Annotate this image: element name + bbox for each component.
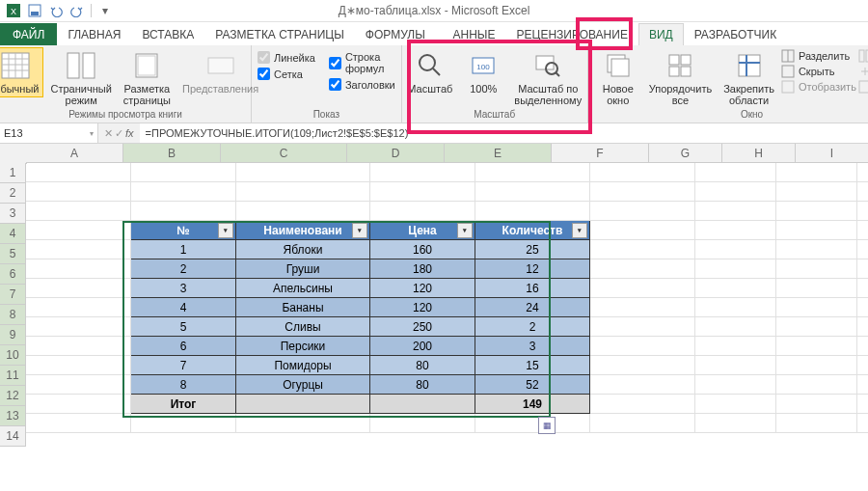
cancel-formula-icon[interactable]: ✕ — [104, 127, 113, 140]
tab-view[interactable]: ВИД — [638, 23, 684, 45]
name-box[interactable]: E13 — [0, 123, 98, 143]
cell-A5[interactable] — [26, 240, 131, 259]
cell-G13[interactable] — [695, 395, 776, 414]
cell-D14[interactable] — [370, 414, 475, 433]
check-ruler[interactable]: Линейка — [258, 51, 315, 64]
side-by-side-button[interactable]: Рядом — [858, 49, 868, 63]
cell-H13[interactable] — [776, 395, 857, 414]
row-header-7[interactable]: 7 — [0, 285, 26, 305]
cell-F3[interactable] — [590, 202, 695, 221]
table-cell-qty[interactable]: 3 — [475, 337, 590, 356]
cell-F13[interactable] — [590, 395, 695, 414]
cell-I8[interactable] — [857, 298, 868, 317]
table-cell-qty[interactable]: 25 — [475, 240, 590, 259]
table-cell-no[interactable]: 2 — [131, 259, 236, 279]
cell-I6[interactable] — [857, 259, 868, 279]
cell-F7[interactable] — [590, 279, 695, 298]
tab-developer[interactable]: РАЗРАБОТЧИК — [684, 23, 788, 45]
cell-A12[interactable] — [26, 375, 131, 395]
check-formula-bar[interactable]: Строка формул — [329, 51, 395, 74]
freeze-panes-button[interactable]: Закрепить области — [719, 47, 779, 109]
cell-A11[interactable] — [26, 356, 131, 375]
new-window-button[interactable]: Новое окно — [594, 47, 642, 109]
cell-I14[interactable] — [857, 414, 868, 433]
row-header-1[interactable]: 1 — [0, 163, 26, 183]
cell-I1[interactable] — [857, 163, 868, 182]
table-cell-no[interactable]: 7 — [131, 356, 236, 375]
split-button[interactable]: Разделить — [781, 49, 856, 63]
tab-page-layout[interactable]: РАЗМЕТКА СТРАНИЦЫ — [204, 23, 355, 45]
cell-A14[interactable] — [26, 414, 131, 433]
row-header-14[interactable]: 14 — [0, 426, 26, 447]
undo-icon[interactable] — [46, 2, 66, 19]
table-cell-price[interactable]: 80 — [370, 356, 475, 375]
table-header-qty[interactable]: Количеств▾ — [475, 221, 590, 240]
table-header-price[interactable]: Цена▾ — [370, 221, 475, 240]
table-cell-price[interactable]: 120 — [370, 279, 475, 298]
col-header-G[interactable]: G — [649, 144, 722, 163]
table-cell-no[interactable]: 1 — [131, 240, 236, 259]
row-header-3[interactable]: 3 — [0, 204, 26, 224]
filter-button-no[interactable]: ▾ — [218, 223, 233, 238]
cell-G2[interactable] — [695, 182, 776, 202]
cell-H8[interactable] — [776, 298, 857, 317]
tab-file[interactable]: ФАЙЛ — [0, 23, 57, 45]
cell-H12[interactable] — [776, 375, 857, 395]
sync-scroll-button[interactable]: Синхр — [858, 65, 868, 78]
row-header-5[interactable]: 5 — [0, 244, 26, 264]
filter-button-qty[interactable]: ▾ — [572, 223, 587, 238]
cell-C3[interactable] — [236, 202, 370, 221]
cell-A10[interactable] — [26, 337, 131, 356]
view-pagelayout-button[interactable]: Разметка страницы — [119, 47, 176, 109]
table-cell-qty[interactable]: 12 — [475, 259, 590, 279]
cell-H14[interactable] — [776, 414, 857, 433]
cell-H1[interactable] — [776, 163, 857, 182]
table-cell-no[interactable]: 5 — [131, 317, 236, 337]
cell-A9[interactable] — [26, 317, 131, 337]
cell-H5[interactable] — [776, 240, 857, 259]
cell-A1[interactable] — [26, 163, 131, 182]
table-cell-name[interactable]: Яблоки — [236, 240, 370, 259]
select-all-corner[interactable] — [0, 144, 27, 164]
filter-button-name[interactable]: ▾ — [352, 223, 367, 238]
cell-I10[interactable] — [857, 337, 868, 356]
cell-F2[interactable] — [590, 182, 695, 202]
cell-B14[interactable] — [131, 414, 236, 433]
filter-button-price[interactable]: ▾ — [457, 223, 473, 238]
tab-home[interactable]: ГЛАВНАЯ — [57, 23, 131, 45]
table-cell-no[interactable]: 6 — [131, 337, 236, 356]
cell-I7[interactable] — [857, 279, 868, 298]
cell-I13[interactable] — [857, 395, 868, 414]
table-cell-name[interactable]: Персики — [236, 337, 370, 356]
cell-D3[interactable] — [370, 202, 475, 221]
cell-G5[interactable] — [695, 240, 776, 259]
zoom-button[interactable]: Масштаб — [402, 47, 457, 97]
table-cell-no[interactable]: 4 — [131, 298, 236, 317]
cell-H10[interactable] — [776, 337, 857, 356]
col-header-A[interactable]: A — [26, 144, 123, 163]
cell-G1[interactable] — [695, 163, 776, 182]
table-header-no[interactable]: №▾ — [131, 221, 236, 240]
table-cell-price[interactable]: 80 — [370, 375, 475, 395]
table-cell-price[interactable]: 250 — [370, 317, 475, 337]
cell-H4[interactable] — [776, 221, 857, 240]
cell-E14[interactable] — [475, 414, 590, 433]
cell-F8[interactable] — [590, 298, 695, 317]
row-header-6[interactable]: 6 — [0, 264, 26, 285]
row-header-8[interactable]: 8 — [0, 305, 26, 325]
qat-customize-icon[interactable]: ▾ — [95, 2, 115, 19]
table-cell-name[interactable]: Сливы — [236, 317, 370, 337]
table-cell-name[interactable]: Груши — [236, 259, 370, 279]
cell-D1[interactable] — [370, 163, 475, 182]
cell-A3[interactable] — [26, 202, 131, 221]
table-cell-no[interactable]: 3 — [131, 279, 236, 298]
view-normal-button[interactable]: Обычный — [0, 47, 43, 97]
row-header-11[interactable]: 11 — [0, 366, 26, 386]
table-cell-price[interactable]: 200 — [370, 337, 475, 356]
cell-G12[interactable] — [695, 375, 776, 395]
col-header-E[interactable]: E — [445, 144, 552, 163]
cell-E2[interactable] — [475, 182, 590, 202]
cell-B1[interactable] — [131, 163, 236, 182]
cell-G4[interactable] — [695, 221, 776, 240]
cell-A4[interactable] — [26, 221, 131, 240]
